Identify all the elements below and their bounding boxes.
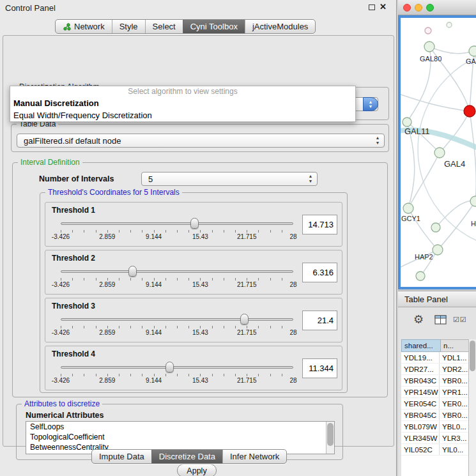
network-canvas[interactable]: GAL80 GAL GAL11 GAL4 GCY1 HAP2 H <box>401 18 476 287</box>
slider-scale: -3.4262.8599.14415.4321.71528 <box>61 233 293 241</box>
zoom-window-icon[interactable] <box>426 4 434 12</box>
slider-scale: -3.4262.8599.14415.4321.71528 <box>61 329 293 337</box>
list-item[interactable]: TopologicalCoefficient <box>26 432 334 442</box>
threshold-panel: Threshold 3 -3.4262.8599.14415.4321.7152… <box>45 298 342 342</box>
bottom-tab-bar: Impute Data Discretize Data Infer Networ… <box>91 449 287 464</box>
tab-infer-network[interactable]: Infer Network <box>222 450 286 463</box>
table-row[interactable]: YBR043CYBR0... <box>401 375 468 387</box>
slider-ticks <box>61 230 293 233</box>
network-node-label[interactable]: GAL4 <box>444 159 465 169</box>
tab-label: Cyni Toolbox <box>190 22 238 31</box>
slider-ticks <box>61 278 293 280</box>
threshold-slider[interactable] <box>61 314 293 325</box>
network-node-label[interactable]: GAL11 <box>404 127 430 136</box>
tab-style[interactable]: Style <box>112 20 145 33</box>
slider-thumb[interactable] <box>240 314 249 325</box>
table-row[interactable]: YDL19...YDL1... <box>401 352 468 364</box>
list-item[interactable]: SelfLoops <box>26 422 334 432</box>
threshold-panel: Threshold 1 -3.4262.8599.14415.4321.7152… <box>45 202 342 247</box>
top-tab-bar: Network Style Select Cyni Toolbox jActiv… <box>55 19 316 34</box>
columns-icon[interactable] <box>434 315 447 325</box>
cyni-toolbox-panel: Discretization Algorithm ▲▼ Select algor… <box>3 35 394 447</box>
interval-definition-group: Interval Definition Number of Intervals … <box>12 162 388 397</box>
slider-thumb[interactable] <box>128 266 137 277</box>
threshold-value-field[interactable] <box>302 311 337 330</box>
network-node-label[interactable]: GAL80 <box>420 55 441 63</box>
control-panel-titlebar: Control Panel ✕ <box>0 0 396 15</box>
select-columns-icon[interactable]: ☑☑ <box>453 316 467 324</box>
tab-network[interactable]: Network <box>56 20 112 33</box>
close-window-icon[interactable] <box>403 4 411 12</box>
table-row[interactable]: YER054CYER0... <box>401 398 468 410</box>
slider-ticks <box>61 326 293 328</box>
list-scrollbar[interactable] <box>326 422 334 454</box>
network-node-label[interactable]: H <box>471 220 476 227</box>
tab-label: Network <box>74 22 105 31</box>
table-toolbar: ⚙ ☑☑ <box>398 307 476 334</box>
table-data-combobox[interactable]: galFiltered.sif default node ▲▼ <box>17 134 385 148</box>
threshold-label: Threshold 1 <box>52 206 95 215</box>
table-row[interactable]: YIL052CYIL0... <box>401 444 468 456</box>
tab-label: Discretize Data <box>159 452 215 461</box>
dropdown-item-manual-discretization[interactable]: Manual Discretization <box>10 97 355 109</box>
threshold-value-field[interactable] <box>302 263 337 282</box>
combobox-stepper-icon: ▲▼ <box>307 174 314 184</box>
threshold-slider[interactable] <box>61 218 293 229</box>
scrollbar-thumb[interactable] <box>470 341 475 371</box>
numerical-attributes-label: Numerical Attributes <box>26 411 104 420</box>
network-node-label[interactable]: HAP2 <box>415 253 433 261</box>
close-panel-icon[interactable]: ✕ <box>380 2 387 12</box>
tab-cyni-toolbox[interactable]: Cyni Toolbox <box>183 20 245 33</box>
apply-button[interactable]: Apply <box>177 464 217 476</box>
dropdown-item-equal-width-frequency[interactable]: Equal Width/Frequency Discretization <box>10 109 355 121</box>
table-row[interactable]: YBR045CYBR0... <box>401 410 468 421</box>
gear-icon[interactable]: ⚙ <box>413 312 424 326</box>
slider-track[interactable] <box>61 270 293 273</box>
slider-thumb[interactable] <box>190 218 199 229</box>
network-view-window: GAL80 GAL GAL11 GAL4 GCY1 HAP2 H <box>398 0 476 289</box>
network-node-label[interactable]: GCY1 <box>401 215 420 222</box>
threshold-label: Threshold 4 <box>52 349 95 358</box>
table-row[interactable]: YDR27...YDR2... <box>401 364 468 375</box>
table-row[interactable]: YBL079WYBL0... <box>401 421 468 433</box>
table-data-group: Table Data galFiltered.sif default node … <box>11 124 389 152</box>
screen: Control Panel ✕ Network Style Select <box>0 0 476 476</box>
scrollbar-thumb[interactable] <box>327 423 334 446</box>
table-rows: YDL19...YDL1... YDR27...YDR2... YBR043CY… <box>401 352 468 476</box>
slider-thumb[interactable] <box>165 362 174 372</box>
slider-track[interactable] <box>61 318 293 321</box>
minimize-window-icon[interactable] <box>415 4 422 12</box>
number-of-intervals-combobox[interactable]: 5 ▲▼ <box>141 172 318 186</box>
tab-impute-data[interactable]: Impute Data <box>92 450 151 463</box>
network-node-label[interactable]: GAL <box>466 58 476 65</box>
tab-discretize-data[interactable]: Discretize Data <box>151 450 222 463</box>
tab-select[interactable]: Select <box>145 20 183 33</box>
threshold-slider[interactable] <box>61 266 293 277</box>
float-panel-icon[interactable] <box>369 4 375 10</box>
table-row[interactable]: YLR345WYLR3... <box>401 433 468 444</box>
table-header-row: shared... n... <box>401 339 474 352</box>
tab-label: Infer Network <box>230 452 279 461</box>
network-icon <box>63 23 71 31</box>
interval-definition-title: Interval Definition <box>18 158 82 167</box>
slider-ticks <box>61 374 293 376</box>
tab-jactivemodules[interactable]: jActiveModules <box>245 20 315 33</box>
combobox-stepper-icon: ▲▼ <box>374 135 381 146</box>
table-scrollbar[interactable] <box>468 339 476 476</box>
network-window-titlebar[interactable] <box>398 0 476 15</box>
network-canvas-frame: GAL80 GAL GAL11 GAL4 GCY1 HAP2 H <box>398 15 476 289</box>
slider-scale: -3.4262.8599.14415.4321.71528 <box>61 377 293 385</box>
combobox-arrows-icon[interactable]: ▲▼ <box>363 97 378 111</box>
thresholds-group-title: Threshold's Coordinates for 5 Intervals <box>45 188 182 197</box>
thresholds-group: Threshold's Coordinates for 5 Intervals … <box>40 192 348 393</box>
threshold-slider[interactable] <box>61 362 293 373</box>
slider-track[interactable] <box>61 222 293 225</box>
column-header-shared-name[interactable]: shared... <box>401 339 441 352</box>
tab-label: jActiveModules <box>252 22 308 31</box>
slider-track[interactable] <box>61 366 293 369</box>
table-row[interactable]: YPR145WYPR1... <box>401 387 468 398</box>
threshold-value-field[interactable] <box>302 215 337 234</box>
table-panel: ⚙ ☑☑ shared... n... YDL19...YDL1... YDR2… <box>398 307 476 476</box>
threshold-value-field[interactable] <box>302 358 337 378</box>
algorithm-dropdown-popup: Select algorithm to view settings Manual… <box>10 86 356 122</box>
